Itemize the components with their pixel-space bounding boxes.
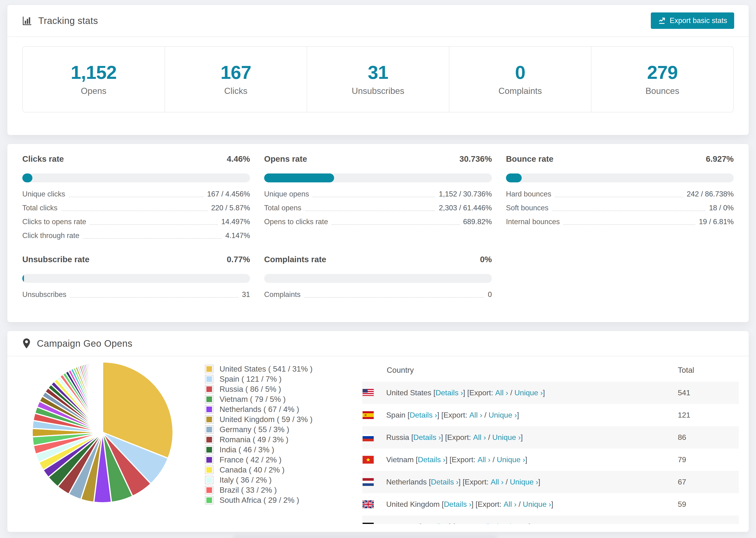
rate-row-value: 0 — [488, 290, 492, 299]
legend-item-south-africa: South Africa ( 29 / 2% ) — [205, 495, 327, 505]
details-link-netherlands[interactable]: Details › — [431, 478, 458, 486]
country-name: Russia — [386, 433, 411, 442]
dotted-leader — [69, 197, 203, 197]
country-cell: United Kingdom [Details ›] [Export: All … — [362, 500, 678, 509]
geo-table-header-row: Country Total — [362, 360, 739, 382]
legend-swatch-color — [206, 487, 212, 493]
stats-row: 1,152Opens167Clicks31Unsubscribes0Compla… — [22, 46, 734, 112]
pie-legend: United States ( 541 / 31% )Spain ( 121 /… — [205, 364, 327, 505]
rate-head: Clicks rate4.46% — [22, 154, 250, 164]
export-unique-link-russia[interactable]: Unique › — [492, 433, 521, 442]
rate-block-bounce-rate: Bounce rate6.927%Hard bounces242 / 86.73… — [506, 154, 734, 242]
slash: / — [516, 500, 523, 509]
rate-row-internal-bounces: Internal bounces19 / 6.81% — [506, 215, 734, 229]
tracking-stats-title: Tracking stats — [38, 16, 98, 26]
rate-value: 4.46% — [227, 154, 250, 164]
bracket: [ — [442, 500, 444, 509]
details-link-spain[interactable]: Details › — [410, 411, 437, 419]
export-unique-link-vietnam[interactable]: Unique › — [497, 456, 525, 464]
bracket: [ — [407, 411, 410, 419]
export-unique-link-germany[interactable]: Unique › — [500, 522, 528, 524]
legend-item-netherlands: Netherlands ( 67 / 4% ) — [205, 404, 327, 414]
legend-swatch — [205, 365, 213, 373]
export-basic-stats-button[interactable]: Export basic stats — [651, 13, 734, 29]
country-cell: Netherlands [Details ›] [Export: All › /… — [362, 478, 678, 486]
legend-swatch-color — [206, 397, 212, 402]
rate-progress-fill — [506, 174, 522, 183]
rate-block-clicks-rate: Clicks rate4.46%Unique clicks167 / 4.456… — [22, 154, 250, 242]
country-name: United States — [386, 389, 433, 397]
table-row-united-kingdom: United Kingdom [Details ›] [Export: All … — [362, 493, 739, 515]
country-cell-td: Spain [Details ›] [Export: All › / Uniqu… — [362, 404, 678, 426]
legend-swatch-color — [206, 386, 212, 392]
bracket: ] — [525, 456, 527, 464]
rates-card: Clicks rate4.46%Unique clicks167 / 4.456… — [7, 144, 749, 322]
bracket: ] [Export: — [445, 456, 477, 464]
total-cell: 67 — [678, 471, 739, 493]
export-all-link-netherlands[interactable]: All › — [491, 478, 504, 486]
stat-label: Opens — [23, 86, 165, 96]
export-unique-link-united-states[interactable]: Unique › — [514, 389, 543, 397]
bracket: ] [Export: — [449, 522, 481, 524]
export-all-link-russia[interactable]: All › — [473, 433, 486, 442]
bracket: ] — [543, 389, 545, 397]
country-name: Netherlands — [386, 478, 429, 486]
geo-opens-pie-chart[interactable] — [30, 360, 175, 505]
details-link-united-kingdom[interactable]: Details › — [444, 500, 471, 509]
rate-row-value: 242 / 86.738% — [687, 190, 734, 198]
rate-head: Opens rate30.736% — [264, 154, 492, 164]
rate-value: 30.736% — [459, 154, 492, 164]
legend-label: Italy ( 36 / 2% ) — [220, 476, 272, 484]
rate-value: 0% — [480, 255, 492, 264]
export-all-link-vietnam[interactable]: All › — [477, 456, 490, 464]
rate-row-value: 689.82% — [463, 218, 492, 226]
export-all-link-germany[interactable]: All › — [481, 522, 494, 524]
export-unique-link-spain[interactable]: Unique › — [489, 411, 517, 419]
export-all-link-united-states[interactable]: All › — [495, 389, 508, 397]
stat-label: Unsubscribes — [307, 86, 449, 96]
export-unique-link-united-kingdom[interactable]: Unique › — [523, 500, 551, 509]
rate-row-value: 19 / 6.81% — [699, 218, 734, 226]
rate-title: Complaints rate — [264, 255, 326, 264]
details-link-germany[interactable]: Details › — [421, 522, 449, 524]
flag-ru-icon — [362, 434, 374, 441]
bracket: [ — [411, 433, 413, 442]
details-link-united-states[interactable]: Details › — [436, 389, 463, 397]
export-unique-link-netherlands[interactable]: Unique › — [510, 478, 538, 486]
export-all-link-united-kingdom[interactable]: All › — [504, 500, 516, 509]
rate-head: Bounce rate6.927% — [506, 154, 734, 164]
rate-title: Opens rate — [264, 154, 307, 164]
total-cell: 55 — [678, 515, 739, 524]
bracket: ] [Export: — [441, 433, 473, 442]
flag-de-icon — [362, 523, 374, 524]
country-cell: Germany [Details ›] [Export: All › / Uni… — [362, 522, 678, 524]
details-link-russia[interactable]: Details › — [413, 433, 441, 442]
total-cell: 121 — [678, 404, 739, 426]
export-all-link-spain[interactable]: All › — [469, 411, 482, 419]
bar-chart-icon — [22, 15, 33, 26]
rate-row-label: Click through rate — [22, 232, 80, 240]
details-link-vietnam[interactable]: Details › — [418, 456, 445, 464]
stat-value: 31 — [307, 62, 449, 83]
total-cell: 541 — [678, 382, 739, 404]
country-cell: United States [Details ›] [Export: All ›… — [362, 389, 678, 397]
legend-item-spain: Spain ( 121 / 7% ) — [205, 374, 327, 384]
stat-box-bounces: 279Bounces — [591, 47, 733, 112]
rate-progress-bar — [22, 274, 250, 283]
stat-box-opens: 1,152Opens — [23, 47, 165, 112]
stat-box-complaints: 0Complaints — [449, 47, 592, 112]
legend-swatch — [205, 456, 213, 464]
rate-title: Unsubscribe rate — [22, 255, 89, 264]
rate-progress-fill — [22, 174, 32, 183]
legend-item-france: France ( 42 / 2% ) — [205, 455, 327, 465]
bracket: [ — [429, 478, 431, 486]
legend-swatch-color — [206, 437, 212, 443]
bracket: [ — [416, 456, 418, 464]
rate-row-complaints: Complaints0 — [264, 288, 492, 301]
country-cell: Spain [Details ›] [Export: All › / Uniqu… — [362, 411, 678, 419]
stat-label: Bounces — [591, 86, 733, 96]
dotted-leader — [70, 297, 238, 297]
map-pin-icon — [22, 338, 31, 349]
country-name: United Kingdom — [386, 500, 442, 509]
rate-row-label: Soft bounces — [506, 204, 549, 212]
